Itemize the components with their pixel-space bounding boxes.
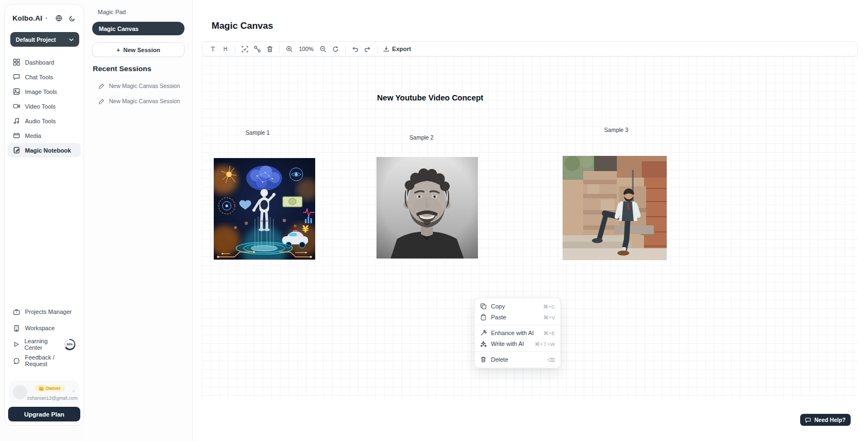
chevron-down-icon xyxy=(69,38,74,41)
page-title: Magic Canvas xyxy=(212,21,273,32)
context-menu-item-enhance-with-ai[interactable]: Enhance with AI ⌘+E xyxy=(475,327,560,338)
canvas-image-ai-collage[interactable]: ¥ xyxy=(214,158,315,260)
pencil-icon xyxy=(99,98,105,104)
heading-tool-icon: H xyxy=(222,46,229,53)
chevron-expand-icon: ⌃ xyxy=(72,390,75,395)
music-note-icon xyxy=(13,117,20,124)
select-region-button[interactable] xyxy=(239,43,251,55)
magic-canvas-item[interactable]: Magic Canvas xyxy=(92,22,184,35)
sidebar-item-video-tools[interactable]: Video Tools xyxy=(8,99,81,114)
context-menu-divider xyxy=(475,325,560,325)
sidebar-item-learning-center[interactable]: Learning Center 66% xyxy=(8,336,81,352)
sidebar: Kolbo.AI Default Project xyxy=(4,4,84,426)
context-item-label: Enhance with AI xyxy=(491,330,534,336)
moon-icon xyxy=(69,15,75,22)
logo-row: Kolbo.AI xyxy=(5,5,84,23)
magic-wand-icon xyxy=(480,330,487,336)
avatar xyxy=(13,385,27,399)
globe-icon xyxy=(55,15,62,22)
theme-toggle-button[interactable] xyxy=(67,15,77,22)
ai-collage-illustration: ¥ xyxy=(214,158,315,260)
context-menu-item-write-with-ai[interactable]: Write with AI ⌘+⇧+W xyxy=(475,338,560,349)
zoom-out-button[interactable] xyxy=(317,43,329,55)
sidebar-item-image-tools[interactable]: Image Tools xyxy=(8,84,81,99)
undo-icon xyxy=(352,46,359,53)
context-menu-item-paste[interactable]: Paste ⌘+V xyxy=(475,312,560,323)
sidebar-item-magic-notebook[interactable]: Magic Notebook xyxy=(8,143,81,158)
plus-icon: + xyxy=(117,47,120,53)
reset-rotation-button[interactable] xyxy=(329,43,342,55)
user-account-row[interactable]: 👑Owner zoharvan12@gmail.com ⌃ xyxy=(9,381,79,404)
need-help-label: Need Help? xyxy=(814,417,846,423)
sidebar-item-label: Feedback / Request xyxy=(25,354,75,367)
session-item-label: New Magic Canvas Session xyxy=(109,83,180,89)
session-item-label: New Magic Canvas Session xyxy=(109,98,180,104)
sidebar-item-label: Video Tools xyxy=(25,103,55,110)
app-root: Kolbo.AI Default Project xyxy=(0,0,868,441)
sidebar-item-feedback[interactable]: Feedback / Request xyxy=(8,352,81,369)
upgrade-plan-button[interactable]: Upgrade Plan xyxy=(8,407,80,421)
session-list-item[interactable]: New Magic Canvas Session xyxy=(99,83,180,89)
video-camera-icon xyxy=(13,103,20,110)
learning-progress-value: 66% xyxy=(64,339,75,350)
svg-text:T: T xyxy=(211,46,215,52)
pencil-icon xyxy=(99,83,105,89)
sidebar-item-projects-manager[interactable]: Projects Manager xyxy=(8,304,81,320)
context-menu-item-delete[interactable]: Delete ⌫ xyxy=(475,354,560,365)
sidebar-item-workspace[interactable]: Workspace xyxy=(8,320,81,336)
trash-icon xyxy=(480,356,487,363)
canvas-image-portrait[interactable] xyxy=(376,157,478,259)
trash-icon xyxy=(266,46,273,53)
delete-tool-button[interactable] xyxy=(264,43,276,55)
connector-tool-button[interactable] xyxy=(251,43,264,55)
heading-tool-button[interactable]: H xyxy=(219,43,232,55)
sample-label-object[interactable]: Sample 1 xyxy=(239,129,277,136)
crown-icon: 👑 xyxy=(39,386,44,391)
sidebar-item-label: Workspace xyxy=(25,325,55,331)
recent-sessions-heading: Recent Sessions xyxy=(93,65,151,73)
brand-logo: Kolbo.AI xyxy=(12,14,42,22)
canvas-image-seated-man[interactable] xyxy=(563,156,667,260)
magic-canvas-surface[interactable]: New Youtube Video Concept Sample 1 Sampl… xyxy=(202,56,858,399)
zoom-in-button[interactable] xyxy=(283,43,296,55)
language-globe-button[interactable] xyxy=(54,15,64,22)
canvas-heading-object[interactable]: New Youtube Video Concept xyxy=(374,93,486,102)
context-menu-item-copy[interactable]: Copy ⌘+C xyxy=(475,301,560,312)
sidebar-item-audio-tools[interactable]: Audio Tools xyxy=(8,114,81,128)
zoom-level-value[interactable]: 100% xyxy=(296,46,317,52)
paste-icon xyxy=(480,314,487,320)
sidebar-item-label: Projects Manager xyxy=(25,308,72,315)
new-session-button[interactable]: + New Session xyxy=(92,42,184,57)
svg-text:H: H xyxy=(224,46,227,52)
sidebar-item-label: Learning Center xyxy=(24,338,58,351)
sample-label-object[interactable]: Sample 2 xyxy=(403,134,441,141)
sessions-panel: Magic Pad Magic Canvas + New Session Rec… xyxy=(85,0,193,441)
main-area: Magic Canvas T H 100% xyxy=(193,0,868,441)
context-menu-divider xyxy=(475,351,560,352)
redo-button[interactable] xyxy=(361,43,374,55)
text-tool-button[interactable]: T xyxy=(207,43,219,55)
magic-pad-item[interactable]: Magic Pad xyxy=(98,9,126,15)
toolbar-separator xyxy=(345,45,346,53)
sidebar-item-media[interactable]: Media xyxy=(8,128,81,143)
zoom-out-icon xyxy=(320,46,327,53)
briefcase-icon xyxy=(13,308,20,316)
dashboard-grid-icon xyxy=(13,59,20,66)
feedback-bubble-icon xyxy=(13,357,20,364)
sidebar-item-dashboard[interactable]: Dashboard xyxy=(8,55,81,70)
sidebar-item-chat-tools[interactable]: Chat Tools xyxy=(8,70,81,84)
export-button[interactable]: Export xyxy=(381,46,413,52)
toolbar-separator xyxy=(279,45,280,53)
sparkles-icon xyxy=(480,341,487,347)
project-selector[interactable]: Default Project xyxy=(10,32,79,47)
sidebar-item-label: Media xyxy=(25,133,41,139)
sample-label-object[interactable]: Sample 3 xyxy=(597,127,635,133)
sidebar-item-label: Chat Tools xyxy=(25,74,53,80)
rotate-icon xyxy=(332,46,339,53)
undo-button[interactable] xyxy=(349,43,361,55)
context-item-label: Write with AI xyxy=(491,341,524,347)
export-label: Export xyxy=(392,46,411,52)
session-list-item[interactable]: New Magic Canvas Session xyxy=(99,98,180,104)
need-help-button[interactable]: Need Help? xyxy=(800,414,851,426)
notebook-pen-icon xyxy=(13,147,20,154)
